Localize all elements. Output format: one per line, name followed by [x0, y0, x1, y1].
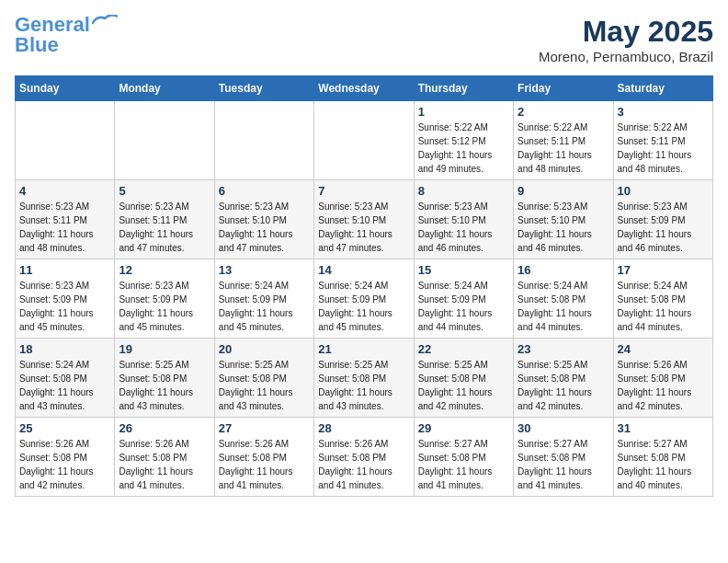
- day-number: 5: [119, 184, 210, 198]
- month-year-title: May 2025: [539, 15, 713, 49]
- day-number: 17: [618, 263, 709, 277]
- day-info: Sunrise: 5:24 AM Sunset: 5:08 PM Dayligh…: [518, 279, 609, 334]
- day-number: 28: [318, 421, 409, 435]
- calendar-cell: 21Sunrise: 5:25 AM Sunset: 5:08 PM Dayli…: [314, 339, 414, 418]
- calendar-week-row: 1Sunrise: 5:22 AM Sunset: 5:12 PM Daylig…: [16, 101, 713, 180]
- calendar-cell: 24Sunrise: 5:26 AM Sunset: 5:08 PM Dayli…: [613, 339, 712, 418]
- calendar-cell: 14Sunrise: 5:24 AM Sunset: 5:09 PM Dayli…: [314, 259, 414, 339]
- day-number: 6: [219, 184, 310, 198]
- calendar-cell: [16, 101, 115, 180]
- calendar-cell: [115, 101, 214, 180]
- day-info: Sunrise: 5:23 AM Sunset: 5:09 PM Dayligh…: [19, 279, 110, 334]
- day-info: Sunrise: 5:27 AM Sunset: 5:08 PM Dayligh…: [518, 437, 609, 492]
- calendar-cell: 29Sunrise: 5:27 AM Sunset: 5:08 PM Dayli…: [414, 418, 513, 497]
- calendar-week-row: 4Sunrise: 5:23 AM Sunset: 5:11 PM Daylig…: [16, 180, 713, 259]
- day-number: 12: [119, 263, 210, 277]
- day-number: 29: [418, 421, 509, 435]
- calendar-header-row: SundayMondayTuesdayWednesdayThursdayFrid…: [16, 76, 713, 101]
- calendar-cell: 18Sunrise: 5:24 AM Sunset: 5:08 PM Dayli…: [16, 339, 115, 418]
- calendar-cell: 2Sunrise: 5:22 AM Sunset: 5:11 PM Daylig…: [514, 101, 613, 180]
- day-info: Sunrise: 5:27 AM Sunset: 5:08 PM Dayligh…: [418, 437, 509, 492]
- calendar-cell: 23Sunrise: 5:25 AM Sunset: 5:08 PM Dayli…: [514, 339, 613, 418]
- calendar-cell: 4Sunrise: 5:23 AM Sunset: 5:11 PM Daylig…: [16, 180, 115, 259]
- day-info: Sunrise: 5:23 AM Sunset: 5:09 PM Dayligh…: [119, 279, 210, 334]
- calendar-cell: 11Sunrise: 5:23 AM Sunset: 5:09 PM Dayli…: [16, 259, 115, 339]
- weekday-header: Tuesday: [214, 76, 313, 101]
- day-number: 2: [518, 105, 609, 119]
- day-info: Sunrise: 5:26 AM Sunset: 5:08 PM Dayligh…: [119, 437, 210, 492]
- calendar-cell: 19Sunrise: 5:25 AM Sunset: 5:08 PM Dayli…: [115, 339, 214, 418]
- day-number: 16: [518, 263, 609, 277]
- day-info: Sunrise: 5:25 AM Sunset: 5:08 PM Dayligh…: [518, 358, 609, 413]
- day-number: 22: [418, 342, 509, 356]
- calendar-cell: 6Sunrise: 5:23 AM Sunset: 5:10 PM Daylig…: [214, 180, 313, 259]
- calendar-cell: [214, 101, 313, 180]
- day-info: Sunrise: 5:24 AM Sunset: 5:08 PM Dayligh…: [19, 358, 110, 413]
- calendar-week-row: 18Sunrise: 5:24 AM Sunset: 5:08 PM Dayli…: [16, 339, 713, 418]
- day-info: Sunrise: 5:22 AM Sunset: 5:11 PM Dayligh…: [518, 121, 609, 176]
- calendar-cell: 27Sunrise: 5:26 AM Sunset: 5:08 PM Dayli…: [214, 418, 313, 497]
- day-number: 21: [318, 342, 409, 356]
- weekday-header: Saturday: [613, 76, 712, 101]
- day-number: 1: [418, 105, 509, 119]
- day-number: 8: [418, 184, 509, 198]
- calendar-cell: 13Sunrise: 5:24 AM Sunset: 5:09 PM Dayli…: [214, 259, 313, 339]
- calendar-cell: 8Sunrise: 5:23 AM Sunset: 5:10 PM Daylig…: [414, 180, 513, 259]
- day-number: 11: [19, 263, 110, 277]
- day-info: Sunrise: 5:23 AM Sunset: 5:09 PM Dayligh…: [618, 200, 709, 255]
- calendar-table: SundayMondayTuesdayWednesdayThursdayFrid…: [15, 75, 713, 497]
- calendar-cell: 7Sunrise: 5:23 AM Sunset: 5:10 PM Daylig…: [314, 180, 414, 259]
- day-number: 10: [618, 184, 709, 198]
- day-info: Sunrise: 5:26 AM Sunset: 5:08 PM Dayligh…: [19, 437, 110, 492]
- title-block: May 2025 Moreno, Pernambuco, Brazil: [539, 15, 713, 64]
- calendar-cell: 25Sunrise: 5:26 AM Sunset: 5:08 PM Dayli…: [16, 418, 115, 497]
- day-info: Sunrise: 5:24 AM Sunset: 5:09 PM Dayligh…: [318, 279, 409, 334]
- calendar-cell: 10Sunrise: 5:23 AM Sunset: 5:09 PM Dayli…: [613, 180, 712, 259]
- calendar-cell: 28Sunrise: 5:26 AM Sunset: 5:08 PM Dayli…: [314, 418, 414, 497]
- day-info: Sunrise: 5:24 AM Sunset: 5:09 PM Dayligh…: [219, 279, 310, 334]
- calendar-cell: 15Sunrise: 5:24 AM Sunset: 5:09 PM Dayli…: [414, 259, 513, 339]
- weekday-header: Friday: [514, 76, 613, 101]
- day-info: Sunrise: 5:23 AM Sunset: 5:10 PM Dayligh…: [318, 200, 409, 255]
- weekday-header: Thursday: [414, 76, 513, 101]
- day-info: Sunrise: 5:26 AM Sunset: 5:08 PM Dayligh…: [618, 358, 709, 413]
- day-number: 13: [219, 263, 310, 277]
- calendar-cell: [314, 101, 414, 180]
- calendar-cell: 9Sunrise: 5:23 AM Sunset: 5:10 PM Daylig…: [514, 180, 613, 259]
- location-subtitle: Moreno, Pernambuco, Brazil: [539, 49, 713, 64]
- day-info: Sunrise: 5:25 AM Sunset: 5:08 PM Dayligh…: [418, 358, 509, 413]
- logo: General Blue: [15, 15, 118, 55]
- day-info: Sunrise: 5:22 AM Sunset: 5:11 PM Dayligh…: [618, 121, 709, 176]
- weekday-header: Wednesday: [314, 76, 414, 101]
- calendar-cell: 5Sunrise: 5:23 AM Sunset: 5:11 PM Daylig…: [115, 180, 214, 259]
- day-info: Sunrise: 5:26 AM Sunset: 5:08 PM Dayligh…: [318, 437, 409, 492]
- day-info: Sunrise: 5:27 AM Sunset: 5:08 PM Dayligh…: [618, 437, 709, 492]
- weekday-header: Sunday: [16, 76, 115, 101]
- calendar-cell: 30Sunrise: 5:27 AM Sunset: 5:08 PM Dayli…: [514, 418, 613, 497]
- day-info: Sunrise: 5:23 AM Sunset: 5:10 PM Dayligh…: [518, 200, 609, 255]
- calendar-cell: 3Sunrise: 5:22 AM Sunset: 5:11 PM Daylig…: [613, 101, 712, 180]
- day-number: 7: [318, 184, 409, 198]
- day-info: Sunrise: 5:23 AM Sunset: 5:10 PM Dayligh…: [418, 200, 509, 255]
- calendar-cell: 1Sunrise: 5:22 AM Sunset: 5:12 PM Daylig…: [414, 101, 513, 180]
- day-info: Sunrise: 5:23 AM Sunset: 5:10 PM Dayligh…: [219, 200, 310, 255]
- day-info: Sunrise: 5:26 AM Sunset: 5:08 PM Dayligh…: [219, 437, 310, 492]
- calendar-cell: 17Sunrise: 5:24 AM Sunset: 5:08 PM Dayli…: [613, 259, 712, 339]
- day-number: 23: [518, 342, 609, 356]
- calendar-cell: 22Sunrise: 5:25 AM Sunset: 5:08 PM Dayli…: [414, 339, 513, 418]
- day-info: Sunrise: 5:24 AM Sunset: 5:08 PM Dayligh…: [618, 279, 709, 334]
- day-number: 14: [318, 263, 409, 277]
- day-info: Sunrise: 5:25 AM Sunset: 5:08 PM Dayligh…: [219, 358, 310, 413]
- day-number: 30: [518, 421, 609, 435]
- day-number: 20: [219, 342, 310, 356]
- day-number: 3: [618, 105, 709, 119]
- day-number: 15: [418, 263, 509, 277]
- day-number: 9: [518, 184, 609, 198]
- day-info: Sunrise: 5:22 AM Sunset: 5:12 PM Dayligh…: [418, 121, 509, 176]
- calendar-cell: 26Sunrise: 5:26 AM Sunset: 5:08 PM Dayli…: [115, 418, 214, 497]
- day-info: Sunrise: 5:25 AM Sunset: 5:08 PM Dayligh…: [318, 358, 409, 413]
- calendar-cell: 16Sunrise: 5:24 AM Sunset: 5:08 PM Dayli…: [514, 259, 613, 339]
- page-header: General Blue May 2025 Moreno, Pernambuco…: [15, 15, 713, 64]
- day-number: 19: [119, 342, 210, 356]
- weekday-header: Monday: [115, 76, 214, 101]
